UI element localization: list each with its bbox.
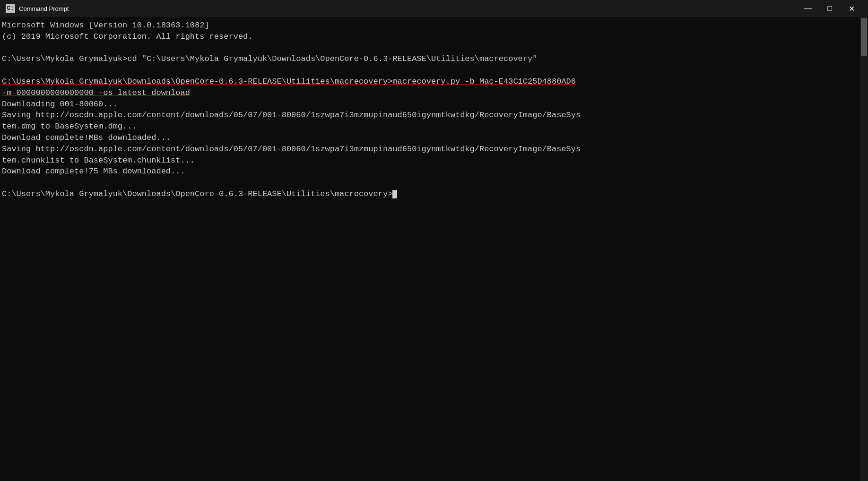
content-area: Microsoft Windows [Version 10.0.18363.10…: [0, 17, 868, 481]
titlebar-buttons: — □ ✕: [797, 0, 862, 17]
cmd-window: C: Command Prompt — □ ✕ Microsoft Window…: [0, 0, 868, 481]
command-underlined: C:\Users\Mykola Grymalyuk\Downloads\Open…: [2, 77, 576, 97]
cursor: [392, 190, 397, 198]
window-title: Command Prompt: [19, 5, 797, 12]
titlebar: C: Command Prompt — □ ✕: [0, 0, 868, 17]
scrollbar-thumb[interactable]: [861, 18, 867, 56]
scrollbar[interactable]: [860, 17, 868, 481]
window-icon: C:: [6, 4, 15, 13]
output-line-1: Microsoft Windows [Version 10.0.18363.10…: [2, 21, 581, 198]
maximize-button[interactable]: □: [819, 0, 841, 17]
close-button[interactable]: ✕: [841, 0, 862, 17]
terminal-output[interactable]: Microsoft Windows [Version 10.0.18363.10…: [0, 17, 860, 481]
minimize-button[interactable]: —: [797, 0, 819, 17]
